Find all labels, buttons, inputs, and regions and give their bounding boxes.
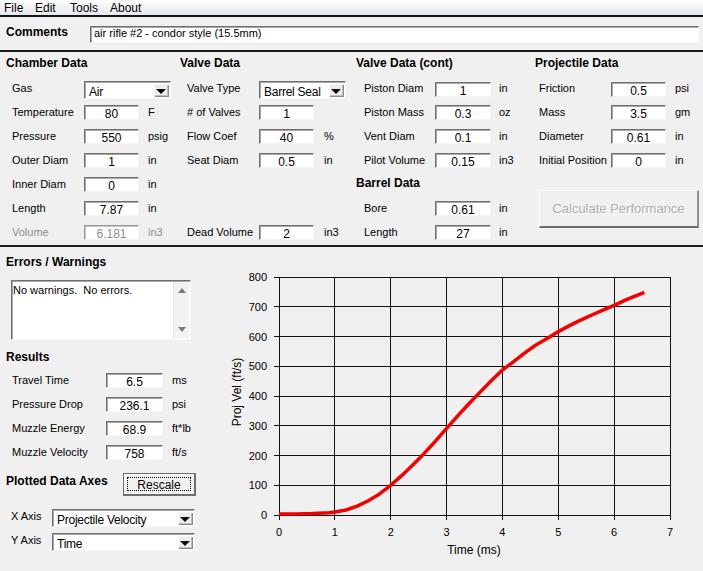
svg-text:700: 700: [249, 301, 267, 313]
svg-text:0: 0: [276, 526, 282, 538]
svg-text:800: 800: [249, 271, 267, 283]
svg-text:5: 5: [555, 526, 561, 538]
svg-text:4: 4: [499, 526, 505, 538]
svg-text:1: 1: [332, 526, 338, 538]
svg-text:2: 2: [388, 526, 394, 538]
svg-text:300: 300: [249, 420, 267, 432]
svg-text:7: 7: [667, 526, 673, 538]
svg-text:Time (ms): Time (ms): [447, 543, 501, 557]
svg-text:6: 6: [611, 526, 617, 538]
svg-text:0: 0: [261, 509, 267, 521]
svg-text:Proj Vel (ft/s): Proj Vel (ft/s): [230, 358, 244, 427]
svg-text:600: 600: [249, 331, 267, 343]
svg-text:500: 500: [249, 360, 267, 372]
svg-text:200: 200: [249, 450, 267, 462]
svg-text:3: 3: [444, 526, 450, 538]
svg-text:400: 400: [249, 390, 267, 402]
svg-text:100: 100: [249, 479, 267, 491]
